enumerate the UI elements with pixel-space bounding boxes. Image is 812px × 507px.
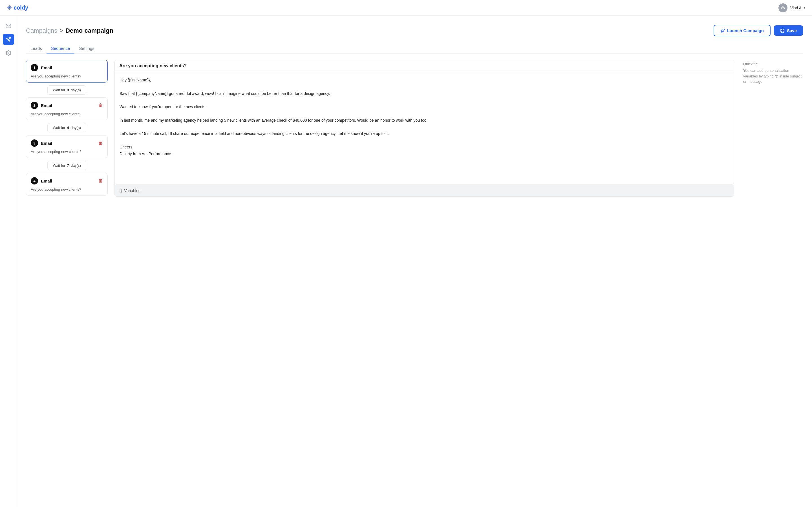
chevron-down-icon: ▾ — [804, 6, 805, 9]
step-type-4: Email — [41, 179, 52, 183]
breadcrumb: Campaigns > Demo campaign — [26, 27, 113, 34]
tab-settings[interactable]: Settings — [74, 43, 99, 54]
step-type-1: Email — [41, 65, 52, 70]
wait-box-1[interactable]: Wait for 3 day(s) — [47, 86, 86, 95]
wait-label-2: Wait for — [53, 126, 65, 130]
email-editor: Are you accepting new clients? Hey {{fir… — [114, 60, 734, 196]
step-type-2: Email — [41, 103, 52, 108]
wait-label-3: Wait for — [53, 163, 65, 168]
variables-label: Variables — [124, 188, 140, 193]
settings-icon — [6, 50, 11, 56]
step-badge-4: 4 — [31, 177, 38, 184]
tab-leads[interactable]: Leads — [26, 43, 47, 54]
step-type-3: Email — [41, 141, 52, 146]
header-actions: Launch Campaign Save — [714, 25, 803, 36]
rocket-icon — [720, 29, 725, 33]
logo-icon: ✳ — [7, 4, 12, 11]
step-subject-1: Are you accepting new clients? — [31, 74, 103, 78]
user-menu[interactable]: VA Vlad A. ▾ — [778, 3, 805, 12]
wait-unit-1: day(s) — [71, 88, 81, 92]
save-icon — [780, 29, 784, 33]
sequence-step-2[interactable]: 2 Email 🗑 Are you accepting new clients? — [26, 98, 108, 120]
svg-point-3 — [8, 52, 9, 54]
sidebar-item-campaigns[interactable] — [3, 34, 14, 45]
wait-value-1: 3 — [67, 88, 69, 92]
wait-unit-2: day(s) — [71, 126, 81, 130]
tab-sequence[interactable]: Sequence — [47, 43, 75, 54]
editor-subject[interactable]: Are you accepting new clients? — [115, 60, 734, 72]
avatar: VA — [778, 3, 788, 12]
quick-tip: Quick tip: You can add personalisation v… — [741, 60, 803, 196]
wait-box-3[interactable]: Wait for 7 day(s) — [47, 161, 86, 170]
wait-unit-3: day(s) — [71, 163, 81, 168]
sequence-step-1[interactable]: 1 Email Are you accepting new clients? — [26, 60, 108, 82]
tabs: Leads Sequence Settings — [26, 43, 803, 54]
sidebar-item-settings[interactable] — [3, 47, 14, 59]
sequence-step-4[interactable]: 4 Email 🗑 Are you accepting new clients? — [26, 173, 108, 196]
delete-step-3-button[interactable]: 🗑 — [98, 140, 103, 146]
sequence-list: 1 Email Are you accepting new clients? W… — [26, 60, 108, 196]
wait-label-1: Wait for — [53, 88, 65, 92]
wait-row-3: Wait for 7 day(s) — [26, 158, 108, 173]
wait-value-2: 4 — [67, 126, 69, 130]
user-name: Vlad A. ▾ — [790, 6, 805, 10]
step-subject-2: Are you accepting new clients? — [31, 112, 103, 116]
editor-wrapper: Are you accepting new clients? Hey {{fir… — [114, 60, 734, 196]
delete-step-4-button[interactable]: 🗑 — [98, 178, 103, 183]
step-badge-1: 1 — [31, 64, 38, 71]
step-badge-2: 2 — [31, 102, 38, 109]
logo-text: coldy — [13, 4, 28, 11]
quick-tip-title: Quick tip: — [743, 62, 803, 66]
logo[interactable]: ✳ coldy — [7, 4, 28, 11]
editor-body[interactable]: Hey {{firstName}}, Saw that {{companyNam… — [115, 72, 734, 185]
step-subject-3: Are you accepting new clients? — [31, 150, 103, 154]
sidebar-item-mail[interactable] — [3, 20, 14, 32]
mail-icon — [6, 23, 11, 29]
wait-row-2: Wait for 4 day(s) — [26, 120, 108, 135]
breadcrumb-separator: > — [59, 27, 63, 34]
delete-step-2-button[interactable]: 🗑 — [98, 103, 103, 108]
launch-campaign-button[interactable]: Launch Campaign — [714, 25, 770, 36]
sidebar — [0, 16, 17, 507]
variables-icon: {} — [119, 188, 122, 193]
page-title: Demo campaign — [65, 27, 113, 34]
top-nav: ✳ coldy VA Vlad A. ▾ — [0, 0, 812, 16]
main-content: Campaigns > Demo campaign Launch Campaig… — [17, 16, 812, 507]
step-subject-4: Are you accepting new clients? — [31, 187, 103, 191]
variables-bar[interactable]: {} Variables — [115, 185, 734, 196]
wait-value-3: 7 — [67, 163, 69, 168]
breadcrumb-campaigns[interactable]: Campaigns — [26, 27, 57, 34]
send-icon — [6, 37, 11, 42]
save-button[interactable]: Save — [774, 25, 803, 36]
step-badge-3: 3 — [31, 139, 38, 147]
wait-row-1: Wait for 3 day(s) — [26, 82, 108, 98]
content-area: 1 Email Are you accepting new clients? W… — [26, 60, 803, 196]
page-header: Campaigns > Demo campaign Launch Campaig… — [26, 25, 803, 36]
quick-tip-body: You can add personalisation variables by… — [743, 68, 803, 84]
sequence-step-3[interactable]: 3 Email 🗑 Are you accepting new clients? — [26, 135, 108, 158]
wait-box-2[interactable]: Wait for 4 day(s) — [47, 123, 86, 132]
